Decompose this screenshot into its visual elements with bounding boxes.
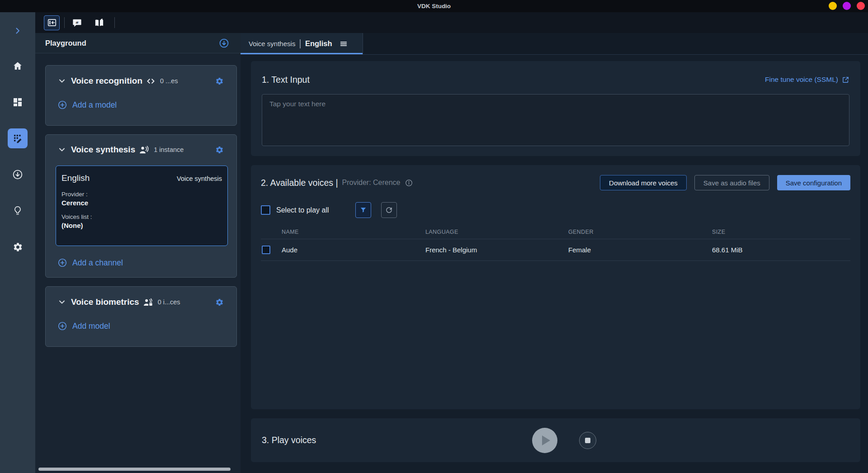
toolbar-divider (114, 17, 115, 28)
gear-icon[interactable] (215, 146, 224, 154)
home-icon (12, 61, 23, 71)
table-row[interactable]: Aude French - Belgium Female 68.61 MiB (261, 239, 850, 261)
instance-count: 0 i...ces (158, 298, 180, 306)
main-area: Voice synthesis English 1. Text Input Fi… (241, 33, 868, 473)
gear-icon[interactable] (215, 77, 224, 85)
text-input-field[interactable] (262, 94, 849, 146)
available-voices-section: 2. Available voices | Provider: Cerence … (251, 165, 860, 409)
save-configuration-button[interactable]: Save configuration (777, 175, 850, 190)
provider-label: Provider : (61, 191, 222, 198)
col-gender: GENDER (568, 229, 712, 235)
select-all-checkbox[interactable] (261, 205, 270, 215)
info-icon[interactable] (405, 179, 413, 187)
chevron-down-icon[interactable] (57, 298, 66, 307)
playground-panel: Playground Voice recognition 0 ...es (35, 33, 241, 473)
chevron-down-icon[interactable] (57, 76, 66, 85)
select-all-label: Select to play all (276, 206, 329, 214)
playground-cards: Voice recognition 0 ...es Add a model (35, 53, 241, 473)
nav-tips-button[interactable] (8, 201, 28, 221)
play-icon (542, 435, 550, 445)
plus-circle-icon (57, 258, 67, 268)
section1-title: 1. Text Input (262, 75, 310, 85)
provider-value: Cerence (61, 199, 222, 207)
dashboard-icon (12, 97, 23, 108)
add-model-link[interactable]: Add a model (57, 100, 117, 110)
voice-biometrics-header: Voice biometrics 0 i...ces (46, 287, 236, 317)
add-model-link[interactable]: Add model (57, 321, 110, 331)
voice-synthesis-card: Voice synthesis 1 instance English Voice… (45, 134, 237, 278)
save-as-audio-files-button[interactable]: Save as audio files (694, 175, 769, 190)
voice-over-icon (139, 145, 149, 155)
row-checkbox[interactable] (262, 246, 270, 254)
tab-instance-label: English (305, 39, 332, 48)
lightbulb-icon (12, 205, 23, 216)
play-button[interactable] (532, 428, 557, 453)
voice-language: French - Belgium (425, 246, 568, 254)
tab-voice-synthesis-english[interactable]: Voice synthesis English (241, 33, 363, 54)
horizontal-scrollbar[interactable] (38, 468, 231, 471)
voice-synthesis-header: Voice synthesis 1 instance (46, 135, 236, 165)
gear-icon[interactable] (215, 298, 224, 307)
channel-card-english[interactable]: English Voice synthesis Provider : Ceren… (56, 166, 228, 246)
text-input-section: 1. Text Input Fine tune voice (SSML) (251, 61, 860, 156)
download-configuration-icon[interactable] (218, 38, 230, 49)
fine-tune-ssml-link[interactable]: Fine tune voice (SSML) (765, 76, 849, 84)
nav-home-button[interactable] (8, 56, 28, 76)
window-controls (829, 2, 865, 10)
documentation-book-icon (94, 18, 104, 28)
voice-gender: Female (568, 246, 712, 254)
main-scroll: 1. Text Input Fine tune voice (SSML) 2. … (241, 55, 868, 473)
chevron-right-icon (13, 26, 22, 35)
fine-tune-ssml-label: Fine tune voice (SSML) (765, 76, 838, 84)
instance-count: 0 ...es (160, 77, 178, 85)
expand-sidebar-button[interactable] (13, 20, 22, 41)
collapse-panel-button[interactable] (44, 15, 60, 30)
add-channel-label: Add a channel (72, 258, 123, 268)
plus-circle-icon (57, 100, 67, 110)
documentation-button[interactable] (91, 15, 107, 30)
window-dot-purple[interactable] (843, 2, 851, 10)
stop-button[interactable] (579, 432, 596, 449)
window-titlebar: VDK Studio (0, 0, 868, 12)
card-title: Voice biometrics (71, 297, 139, 307)
add-model-label: Add model (72, 322, 110, 331)
add-channel-link[interactable]: Add a channel (57, 258, 123, 268)
nav-playground-button[interactable] (8, 128, 28, 148)
tab-strip: Voice synthesis English (241, 33, 868, 55)
playground-title: Playground (45, 39, 218, 47)
phoneme-bubble-icon: æ (72, 18, 82, 28)
code-icon (146, 76, 156, 86)
channel-type: Voice synthesis (177, 175, 222, 182)
tab-module-label: Voice synthesis (249, 40, 295, 47)
download-more-voices-button[interactable]: Download more voices (600, 175, 687, 190)
playground-icon (12, 133, 23, 144)
nav-downloads-button[interactable] (8, 165, 28, 184)
col-language: LANGUAGE (425, 229, 568, 235)
col-size: SIZE (712, 229, 850, 235)
nav-settings-button[interactable] (8, 237, 28, 257)
left-rail (0, 12, 35, 473)
settings-gear-icon (13, 242, 23, 252)
toolbar: æ (35, 12, 868, 33)
filter-button[interactable] (355, 202, 371, 218)
download-circle-icon (12, 169, 24, 180)
voice-lock-icon (143, 297, 153, 307)
instance-count: 1 instance (154, 146, 184, 153)
card-title: Voice recognition (71, 76, 142, 86)
play-voices-section: 3. Play voices (251, 418, 860, 462)
voices-list-label: Voices list : (61, 213, 222, 220)
voices-list-value: (None) (61, 222, 222, 229)
window-title: VDK Studio (417, 3, 451, 9)
chevron-down-icon[interactable] (57, 145, 66, 154)
refresh-button[interactable] (381, 202, 397, 218)
phonemes-button[interactable]: æ (69, 15, 85, 30)
nav-dashboard-button[interactable] (8, 92, 28, 112)
window-dot-red[interactable] (857, 2, 865, 10)
refresh-icon (385, 206, 393, 214)
tab-menu-icon[interactable] (339, 39, 348, 48)
voice-size: 68.61 MiB (712, 246, 850, 254)
external-link-icon (842, 76, 849, 84)
window-dot-yellow[interactable] (829, 2, 837, 10)
col-name: NAME (282, 229, 425, 235)
section2-title: 2. Available voices | (261, 178, 338, 188)
